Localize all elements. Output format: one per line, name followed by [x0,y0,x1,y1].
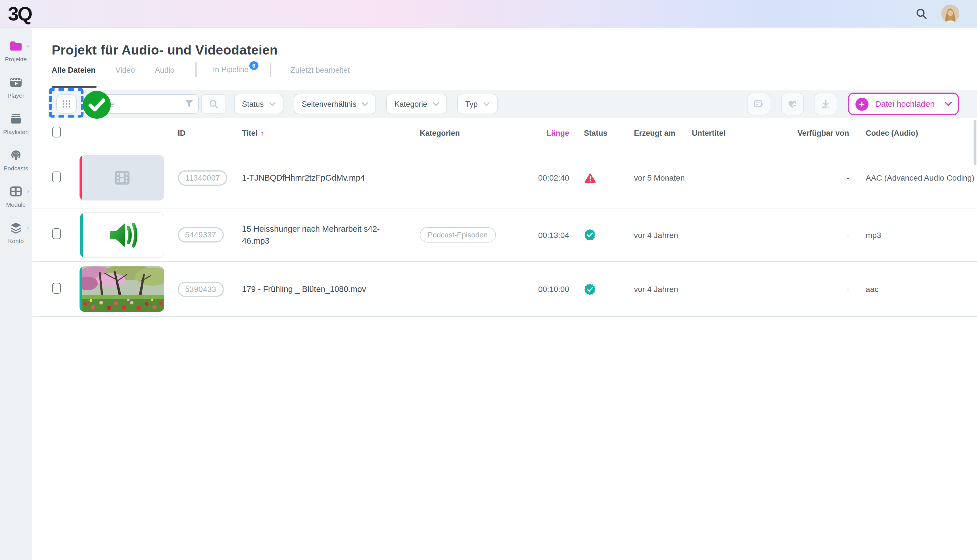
file-available-from: - [797,285,852,293]
column-header-untertitel[interactable]: Untertitel [692,128,797,137]
table-row[interactable]: 11340007 1-TJNBQDfHhmr2tzFpGdMv.mp4 00:0… [32,148,977,208]
file-created: vor 5 Monaten [634,173,692,182]
dropdown-label: Status [242,100,264,108]
pipeline-count-badge: 6 [249,61,258,70]
sidebar-item-player[interactable]: Player [0,76,32,99]
heart-minus-icon [787,98,798,110]
file-categories: Podcast-Episoden [420,227,534,243]
file-id-badge: 5390433 [178,282,223,297]
spring-photo [80,267,164,312]
tab-alle-dateien[interactable]: Alle Dateien [52,66,96,74]
folder-icon [9,40,23,52]
upload-file-button[interactable]: + Datei hochladen [848,93,959,115]
dropdown-label: Kategorie [395,100,427,108]
sort-asc-icon: ↑ [260,128,264,137]
main-content: Projekt für Audio- und Videodateien Alle… [32,28,977,560]
film-icon [112,169,132,187]
audio-thumbnail[interactable] [80,212,164,258]
aspect-ratio-filter-dropdown[interactable]: Seitenverhältnis [294,94,376,114]
file-created: vor 4 Jahren [634,230,692,239]
upload-button-label: Datei hochladen [875,99,935,108]
row-checkbox[interactable] [52,283,61,293]
brand-logo: 3Q [8,4,32,23]
column-header-verfuegbar-von[interactable]: Verfügbar von [797,128,852,137]
magnifier-icon [208,99,219,109]
file-id-badge: 5449337 [178,227,223,243]
sidebar-item-projekte[interactable]: › Projekte [0,40,32,62]
file-available-from: - [797,173,852,182]
sidebar-item-label: Player [7,92,25,99]
sidebar-item-label: Konto [8,237,24,244]
file-title[interactable]: 179 - Frühling _ Blüten_1080.mov [242,283,420,295]
filter-funnel-icon [185,100,193,108]
sidebar-item-playlisten[interactable]: Playlisten [0,112,32,135]
sidebar-item-label: Playlisten [3,128,29,135]
sidebar-item-label: Projekte [5,56,27,62]
row-checkbox[interactable] [52,171,61,182]
tab-audio[interactable]: Audio [155,66,174,74]
column-header-titel-label: Titel [242,128,258,137]
chevron-down-icon[interactable] [945,102,952,106]
column-header-kategorien[interactable]: Kategorien [420,128,534,137]
tab-zuletzt-bearbeitet[interactable]: Zuletzt bearbeitet [290,66,350,74]
download-button[interactable] [814,93,837,115]
file-title[interactable]: 1-TJNBQDfHhmr2tzFpGdMv.mp4 [242,172,420,184]
column-header-erzeugt-am[interactable]: Erzeugt am [634,128,692,137]
page-title: Projekt für Audio- und Videodateien [52,43,278,58]
status-filter-dropdown[interactable]: Status [234,94,284,114]
app-screen: 3Q › Projekte [0,0,977,560]
video-thumbnail-placeholder[interactable] [80,155,164,200]
chevron-down-icon [433,102,439,106]
file-id-badge: 11340007 [178,170,227,185]
focus-target-brackets [49,88,83,118]
category-tag[interactable]: Podcast-Episoden [420,227,495,243]
file-status [569,172,634,183]
file-length: 00:02:40 [534,173,569,182]
file-length: 00:10:00 [534,285,569,293]
modules-icon [9,185,23,198]
type-filter-dropdown[interactable]: Typ [457,94,498,114]
file-status [569,229,634,241]
status-ok-icon [584,229,596,241]
column-header-titel[interactable]: Titel↑ [242,128,420,137]
tab-video[interactable]: Video [116,66,135,74]
active-tab-indicator [52,86,97,88]
search-icon[interactable] [915,7,928,20]
vertical-scrollbar-thumb[interactable] [974,120,977,165]
tab-bar: Alle Dateien Video Audio In Pipeline6 Zu… [52,62,350,78]
sidebar-item-konto[interactable]: › Konto [0,222,32,244]
remove-favorite-button[interactable] [781,93,804,115]
bulk-edit-button[interactable] [747,93,770,115]
file-created: vor 4 Jahren [634,285,692,293]
chevron-down-icon [362,102,368,106]
select-all-checkbox[interactable] [52,127,61,137]
category-filter-dropdown[interactable]: Kategorie [387,94,447,114]
avatar[interactable] [941,5,959,23]
file-title[interactable]: 15 Heisshunger nach Mehrarbeit s42-46.mp… [242,223,420,247]
tab-separator [195,62,196,77]
column-header-laenge[interactable]: Länge [534,128,569,137]
column-header-codec-audio[interactable]: Codec (Audio) [852,128,977,137]
chevron-right-icon: › [27,224,29,231]
file-codec: aac [852,285,977,293]
column-header-id[interactable]: ID [178,128,242,137]
status-ok-icon [584,283,596,295]
podcast-icon [9,149,23,161]
speaker-icon [102,217,142,252]
file-length: 00:13:04 [534,230,569,239]
table-row[interactable]: 5449337 15 Heisshunger nach Mehrarbeit s… [32,208,977,262]
row-checkbox[interactable] [52,228,61,239]
video-thumbnail-photo[interactable] [80,267,164,312]
table-row[interactable]: 5390433 179 - Frühling _ Blüten_1080.mov… [32,262,977,317]
tab-separator [270,62,271,77]
dropdown-label: Seitenverhältnis [302,100,357,108]
column-header-status[interactable]: Status [569,128,634,137]
search-submit-button[interactable] [201,94,226,113]
sidebar-item-podcasts[interactable]: Podcasts [0,149,32,172]
sidebar-item-module[interactable]: › Module [0,185,32,208]
tab-in-pipeline[interactable]: In Pipeline6 [213,65,258,74]
filter-toolbar: Status Seitenverhältnis Kategorie Typ [48,90,977,118]
file-codec: mp3 [852,230,977,239]
chevron-down-icon [483,102,490,106]
status-error-icon [584,172,597,183]
